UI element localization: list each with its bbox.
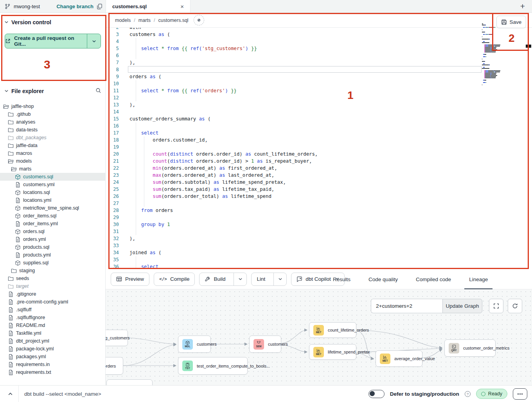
- tree-file-metricflow_time_spine.sql[interactable]: metricflow_time_spine.sql: [0, 204, 105, 212]
- tree-folder-jaffle-shop[interactable]: jaffle-shop: [0, 102, 105, 110]
- code-line-6[interactable]: 6: [106, 52, 483, 59]
- lint-dropdown-chevron[interactable]: [273, 273, 286, 285]
- editor-tab-customers-sql[interactable]: customers.sql ×: [106, 0, 191, 13]
- tree-folder-data-tests[interactable]: data-tests: [0, 126, 105, 134]
- pull-request-dropdown-chevron[interactable]: [87, 34, 101, 48]
- code-line-7[interactable]: 7),: [106, 59, 483, 66]
- tree-file-locations.yml[interactable]: locations.yml: [0, 196, 105, 204]
- breadcrumb-file[interactable]: customers.sql: [158, 18, 189, 23]
- lineage-node-orders[interactable]: orders: [106, 357, 123, 375]
- tree-folder-staging[interactable]: staging: [0, 267, 105, 275]
- create-pull-request-button[interactable]: Create a pull request on Git...: [5, 34, 101, 48]
- tree-file-products.yml[interactable]: products.yml: [0, 251, 105, 259]
- code-line-25[interactable]: 25 sum(orders.tax_paid) as lifetime_tax_…: [106, 186, 483, 193]
- scrollbar-thumb[interactable]: [526, 45, 531, 48]
- tree-file-order_items.sql[interactable]: order_items.sql: [0, 212, 105, 220]
- lineage-node-stg_customers[interactable]: stg_customers: [106, 330, 128, 346]
- lineage-node-count_lifetime_orders[interactable]: METcount_lifetime_orders: [309, 322, 356, 338]
- code-line-24[interactable]: 24 sum(orders.subtotal) as lifetime_spen…: [106, 179, 483, 186]
- code-line-22[interactable]: 22 min(orders.ordered_at) as first_order…: [106, 165, 483, 172]
- command-input[interactable]: [24, 391, 181, 397]
- preview-button[interactable]: Preview: [111, 273, 149, 286]
- code-line-15[interactable]: 15customer_orders_summary as (: [106, 115, 483, 122]
- file-explorer-header[interactable]: File explorer: [4, 88, 101, 95]
- new-tab-button[interactable]: +: [520, 2, 525, 11]
- build-button[interactable]: Build: [200, 273, 230, 285]
- search-icon[interactable]: [95, 88, 101, 95]
- tree-file-Taskfile.yml[interactable]: Taskfile.yml: [0, 329, 105, 337]
- tree-folder-target[interactable]: target: [0, 282, 105, 290]
- editor-minimap[interactable]: [482, 23, 515, 87]
- lineage-node-lifetime_spend_pretax[interactable]: METlifetime_spend_pretax: [309, 344, 356, 360]
- tree-file-.sqlfluffignore[interactable]: .sqlfluffignore: [0, 314, 105, 321]
- breadcrumb-models[interactable]: models: [115, 18, 131, 23]
- tree-folder-marts[interactable]: marts: [0, 165, 105, 173]
- status-badge[interactable]: Ready: [476, 389, 507, 399]
- tree-file-.pre-commit-config.yaml[interactable]: .pre-commit-config.yaml: [0, 298, 105, 306]
- tree-file-products.sql[interactable]: products.sql: [0, 243, 105, 251]
- tree-file-package-lock.yml[interactable]: package-lock.yml: [0, 345, 105, 353]
- tree-file-README.md[interactable]: README.md: [0, 321, 105, 329]
- lineage-node-customers_sem[interactable]: SEMcustomers: [249, 336, 281, 353]
- tree-folder-macros[interactable]: macros: [0, 149, 105, 157]
- tree-file-.sqlfluff[interactable]: .sqlfluff: [0, 306, 105, 314]
- code-line-13[interactable]: 13),: [106, 101, 483, 108]
- code-line-34[interactable]: 34joined as (: [106, 249, 483, 256]
- code-line-36[interactable]: 36 select: [106, 263, 483, 269]
- tree-file-orders.yml[interactable]: orders.yml: [0, 235, 105, 243]
- tree-folder-analyses[interactable]: analyses: [0, 118, 105, 126]
- tree-folder-models[interactable]: models: [0, 157, 105, 165]
- code-line-3[interactable]: 3customers as (: [106, 31, 483, 38]
- build-dropdown-chevron[interactable]: [234, 273, 246, 285]
- code-line-8[interactable]: 8: [106, 66, 483, 73]
- tab-compiled-code[interactable]: Compiled code: [413, 269, 453, 289]
- tree-file-locations.sql[interactable]: locations.sql: [0, 188, 105, 196]
- fullscreen-button[interactable]: [489, 299, 503, 313]
- code-line-20[interactable]: 20 count(distinct orders.order_id) as co…: [106, 151, 483, 158]
- tab-results[interactable]: Results: [331, 269, 353, 289]
- code-line-26[interactable]: 26 sum(orders.order_total) as lifetime_s…: [106, 193, 483, 200]
- lineage-filter-input[interactable]: [371, 299, 442, 313]
- lint-button[interactable]: Lint: [252, 273, 270, 285]
- tab-close-icon[interactable]: ×: [180, 4, 184, 9]
- code-line-19[interactable]: 19: [106, 144, 483, 151]
- chevron-up-icon[interactable]: [8, 391, 13, 397]
- tree-file-.gitignore[interactable]: .gitignore: [0, 290, 105, 298]
- tree-folder-jaffle-data[interactable]: jaffle-data: [0, 142, 105, 149]
- lineage-node-test_bools[interactable]: TSTtest_order_items_compute_to_bools...: [178, 357, 248, 375]
- compile-button[interactable]: </> Compile: [154, 273, 195, 286]
- code-line-35[interactable]: 35: [106, 256, 483, 263]
- code-line-11[interactable]: 11 select * from {{ ref('orders') }}: [106, 87, 483, 94]
- tree-file-packages.yml[interactable]: packages.yml: [0, 353, 105, 361]
- lineage-node-partial[interactable]: [106, 379, 153, 385]
- tree-file-requirements.txt[interactable]: requirements.txt: [0, 368, 105, 376]
- code-line-32[interactable]: 32),: [106, 235, 483, 242]
- copy-pages-icon[interactable]: [97, 4, 102, 9]
- code-line-14[interactable]: 14: [106, 108, 483, 115]
- code-line-21[interactable]: 21 count(distinct orders.order_id) > 1 a…: [106, 158, 483, 165]
- tree-file-orders.sql[interactable]: orders.sql: [0, 228, 105, 235]
- create-pull-request-main[interactable]: Create a pull request on Git...: [5, 34, 87, 48]
- tab-lineage[interactable]: Lineage: [467, 269, 490, 289]
- change-branch-link[interactable]: Change branch: [56, 4, 93, 9]
- code-line-31[interactable]: 31: [106, 228, 483, 235]
- code-line-17[interactable]: 17 select: [106, 129, 483, 136]
- tree-file-customers.sql[interactable]: customers.sql: [0, 173, 105, 181]
- breadcrumb-marts[interactable]: marts: [138, 18, 151, 23]
- code-line-9[interactable]: 9orders as (: [106, 73, 483, 80]
- code-line-16[interactable]: 16: [106, 122, 483, 129]
- code-line-28[interactable]: 28 from orders: [106, 207, 483, 214]
- code-line-23[interactable]: 23 max(orders.ordered_at) as last_ordere…: [106, 172, 483, 179]
- code-line-29[interactable]: 29: [106, 214, 483, 221]
- lineage-node-customers_mdl[interactable]: MDLcustomers: [178, 336, 211, 353]
- code-line-12[interactable]: 12: [106, 94, 483, 101]
- help-icon[interactable]: ?: [465, 391, 471, 397]
- tab-code-quality[interactable]: Code quality: [366, 269, 400, 289]
- code-line-18[interactable]: 18 orders.customer_id,: [106, 136, 483, 144]
- tree-file-supplies.sql[interactable]: supplies.sql: [0, 259, 105, 267]
- tree-file-order_items.yml[interactable]: order_items.yml: [0, 220, 105, 228]
- more-options-button[interactable]: [513, 388, 527, 400]
- tree-file-customers.yml[interactable]: customers.yml: [0, 181, 105, 188]
- copilot-icon[interactable]: [194, 15, 204, 25]
- tree-file-dbt_project.yml[interactable]: dbt_project.yml: [0, 337, 105, 345]
